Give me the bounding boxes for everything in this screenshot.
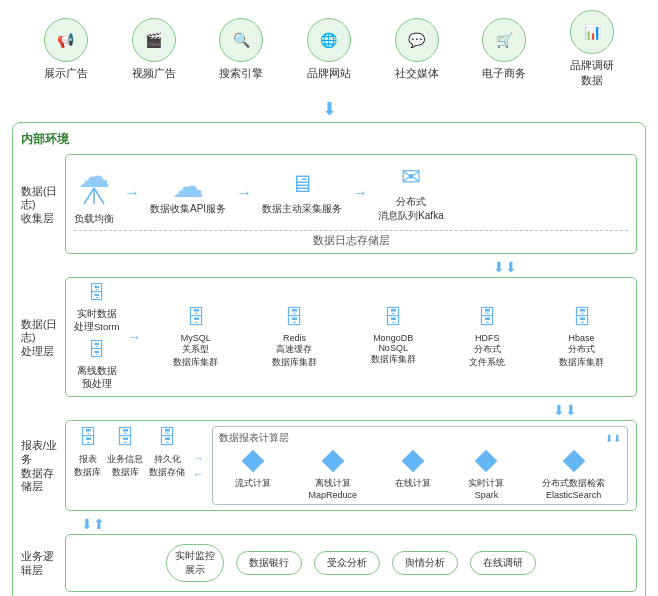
arrow-right-3: → <box>352 184 368 202</box>
biz-layer-title: 业务逻辑层 <box>21 534 61 592</box>
lr-arrow-2: ← <box>193 468 204 480</box>
redis-box: 🗄 Redis 高速缓存 数据库集群 <box>272 306 317 369</box>
video-ad-icon: 🎬 <box>132 18 176 62</box>
display-ad-icon: 📢 <box>44 18 88 62</box>
source-social: 💬 社交媒体 <box>395 18 439 81</box>
source-brand-site: 🌐 品牌网站 <box>307 18 351 81</box>
diamond-offline <box>321 450 344 473</box>
collect-layer-body: ☁ 负载均衡 → ☁ 数据收 <box>65 154 637 254</box>
brand-site-icon: 🌐 <box>307 18 351 62</box>
persist-storage: 🗄 持久化 数据存储 <box>149 426 185 479</box>
api-service-label: 数据收集API服务 <box>150 202 226 216</box>
audience-box: 受众分析 <box>314 551 380 575</box>
hdfs-label: HDFS 分布式 文件系统 <box>469 333 505 369</box>
brand-research-icon: 📊 <box>570 10 614 54</box>
main-collect-box: 🖥 数据主动采集服务 <box>262 170 342 216</box>
hdfs-icon: 🗄 <box>477 306 497 329</box>
diamond-realtime <box>475 450 498 473</box>
redis-label: Redis 高速缓存 数据库集群 <box>272 333 317 369</box>
api-cloud-icon: ☁ <box>172 170 204 202</box>
hbase-box: 🗄 Hbase 分布式 数据库集群 <box>559 306 604 369</box>
biz-layer-body: 实时监控 展示 数据银行 受众分析 舆情分析 在线调研 <box>65 534 637 592</box>
online-survey-item: 在线调研 <box>470 551 536 575</box>
cylinder-icon-1: 🗄 <box>88 283 106 304</box>
storage-layer-row: 报表/业务 数据存储层 🗄 报表 数据库 🗄 业务信息 数据库 <box>21 420 637 511</box>
mysql-label: MySQL 关系型 数据库集群 <box>173 333 218 369</box>
hbase-label: Hbase 分布式 数据库集群 <box>559 333 604 369</box>
biz-layer-row: 业务逻辑层 实时监控 展示 数据银行 受众分析 舆情分析 <box>21 534 637 592</box>
elastic-search: 分布式数据检索 ElasticSearch <box>542 449 605 500</box>
kafka-label: 分布式 消息队列Kafka <box>378 195 444 223</box>
online-survey-box: 在线调研 <box>470 551 536 575</box>
load-balance-arrows <box>79 186 109 206</box>
source-search: 🔍 搜索引擎 <box>219 18 263 81</box>
stream-compute: 流式计算 <box>235 449 271 490</box>
mongodb-label: MongoDB NoSQL 数据库集群 <box>371 333 416 366</box>
ecommerce-icon: 🛒 <box>482 18 526 62</box>
redis-icon: 🗄 <box>284 306 304 329</box>
mysql-box: 🗄 MySQL 关系型 数据库集群 <box>173 306 218 369</box>
mysql-icon: 🗄 <box>186 306 206 329</box>
page-wrapper: 📢 展示广告 🎬 视频广告 🔍 搜索引擎 🌐 品牌网站 💬 社交媒体 🛒 电子商… <box>0 0 658 596</box>
mongodb-box: 🗄 MongoDB NoSQL 数据库集群 <box>371 306 416 366</box>
biz-info-db-icon: 🗄 <box>115 426 135 449</box>
source-brand-research: 📊 品牌调研 数据 <box>570 10 614 88</box>
offline-process: 🗄 离线数据 预处理 <box>74 340 119 391</box>
down-arrow-biz: ⬇⬆ <box>81 516 105 532</box>
kafka-box: ✉ 分布式 消息队列Kafka <box>378 163 444 223</box>
audience-item: 受众分析 <box>314 551 380 575</box>
double-down-arrow-2: ⬇⬇ <box>553 402 577 418</box>
biz-info-db-label: 业务信息 数据库 <box>107 453 143 479</box>
load-balance-box: ☁ 负载均衡 <box>74 160 114 226</box>
collect-layer-title: 数据(日志) 收集层 <box>21 154 61 254</box>
process-layer-title: 数据(日志) 处理层 <box>21 277 61 397</box>
brand-research-label: 品牌调研 数据 <box>570 58 614 88</box>
mongodb-icon: 🗄 <box>383 306 403 329</box>
storage-sublabel: 数据日志存储层 <box>74 230 628 248</box>
sentiment-box: 舆情分析 <box>392 551 458 575</box>
process-layer-body: 🗄 实时数据 处理Storm 🗄 离线数据 预处理 → 🗄 My <box>65 277 637 397</box>
monitor-box: 实时监控 展示 <box>166 544 224 582</box>
persist-label: 持久化 数据存储 <box>149 453 185 479</box>
persist-icon: 🗄 <box>157 426 177 449</box>
top-down-arrow: ⬇ <box>12 98 646 120</box>
source-ecommerce: 🛒 电子商务 <box>482 18 526 81</box>
monitor-item: 实时监控 展示 <box>166 544 224 582</box>
sentiment-item: 舆情分析 <box>392 551 458 575</box>
hbase-icon: 🗄 <box>572 306 592 329</box>
source-video-ad: 🎬 视频广告 <box>132 18 176 81</box>
arch-container: 内部环境 数据(日志) 收集层 ☁ <box>12 122 646 596</box>
diamond-stream <box>242 450 265 473</box>
arrow-right-1: → <box>124 184 140 202</box>
inner-env-label: 内部环境 <box>21 131 637 148</box>
report-db-icon: 🗄 <box>78 426 98 449</box>
cylinder-icon-2: 🗄 <box>88 340 106 361</box>
storage-layer-title: 报表/业务 数据存储层 <box>21 420 61 511</box>
databank-item: 数据银行 <box>236 551 302 575</box>
realtime-label: 实时数据 处理Storm <box>74 308 119 334</box>
process-layer-row: 数据(日志) 处理层 🗄 实时数据 处理Storm 🗄 离线数据 预处理 <box>21 277 637 397</box>
double-down-arrow-1: ⬇⬇ <box>493 259 517 275</box>
api-service-box: ☁ 数据收集API服务 <box>150 170 226 216</box>
compute-header: 数据报表计算层 ⬇⬇ <box>219 431 621 445</box>
realtime-storm: 🗄 实时数据 处理Storm <box>74 283 119 334</box>
databank-box: 数据银行 <box>236 551 302 575</box>
svg-line-0 <box>84 188 94 204</box>
ecommerce-label: 电子商务 <box>482 66 526 81</box>
collect-layer-row: 数据(日志) 收集层 ☁ 负载均衡 <box>21 154 637 254</box>
main-collect-label: 数据主动采集服务 <box>262 202 342 216</box>
source-display-ad: 📢 展示广告 <box>44 18 88 81</box>
stream-label: 流式计算 <box>235 477 271 490</box>
offline-compute: 离线计算 MapReduce <box>309 449 358 500</box>
report-db: 🗄 报表 数据库 <box>74 426 101 479</box>
realtime-compute: 实时计算 Spark <box>468 449 504 500</box>
report-db-label: 报表 数据库 <box>74 453 101 479</box>
top-sources: 📢 展示广告 🎬 视频广告 🔍 搜索引擎 🌐 品牌网站 💬 社交媒体 🛒 电子商… <box>12 10 646 88</box>
svg-line-2 <box>94 188 104 204</box>
social-icon: 💬 <box>395 18 439 62</box>
storage-layer-body: 🗄 报表 数据库 🗄 业务信息 数据库 🗄 持久化 数据存储 <box>65 420 637 511</box>
social-label: 社交媒体 <box>395 66 439 81</box>
lr-arrow-1: → <box>193 452 204 464</box>
offline-label: 离线数据 预处理 <box>77 365 117 391</box>
online-compute-label: 在线计算 <box>395 477 431 490</box>
